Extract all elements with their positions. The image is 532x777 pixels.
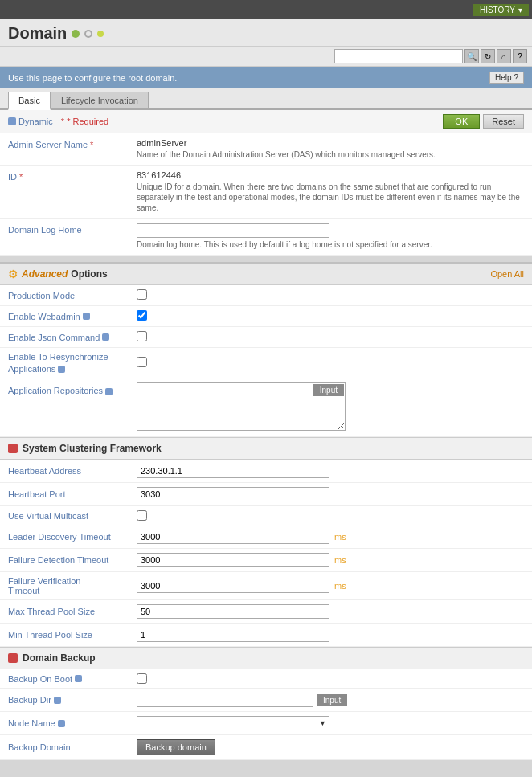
- domain-log-home-input[interactable]: [137, 223, 329, 238]
- tab-lifecycle[interactable]: Lifecycle Invocation: [51, 92, 149, 108]
- app-repos-dyn-icon: [105, 388, 113, 395]
- min-thread-pool-label: Min Thread Pool Size: [8, 630, 137, 640]
- backup-dir-input[interactable]: [137, 693, 313, 707]
- json-dyn-icon: [102, 333, 109, 341]
- heartbeat-address-row: Heartbeat Address: [0, 460, 532, 483]
- failure-detection-row: Failure Detection Timeout ms: [0, 549, 532, 572]
- virtual-multicast-checkbox[interactable]: [137, 510, 147, 521]
- app-repos-input-button[interactable]: Input: [313, 384, 344, 396]
- ok-button[interactable]: OK: [443, 114, 480, 129]
- advanced-section-icon: ⚙: [8, 268, 18, 280]
- tab-basic-label: Basic: [18, 96, 40, 105]
- dynamic-icon: [8, 117, 16, 125]
- tab-lifecycle-label: Lifecycle Invocation: [61, 96, 138, 105]
- toolbar: Dynamic * * Required OK Reset: [0, 110, 532, 133]
- backup-on-boot-value: [137, 673, 524, 684]
- production-mode-label-text: Production Mode: [8, 291, 75, 301]
- open-all-link[interactable]: Open All: [490, 269, 524, 279]
- backup-on-boot-label-text: Backup On Boot: [8, 674, 72, 684]
- heartbeat-port-input[interactable]: [137, 487, 329, 501]
- backup-domain-row: Backup Domain Backup domain: [0, 735, 532, 760]
- home-button[interactable]: ⌂: [497, 49, 511, 63]
- enable-resync-row: Enable To Resynchronize Applications: [0, 348, 532, 378]
- domain-log-home-label-text: Domain Log Home: [8, 225, 82, 235]
- admin-star: *: [90, 140, 93, 149]
- history-button[interactable]: HISTORY ▾: [473, 4, 529, 16]
- production-mode-value: [137, 289, 524, 301]
- leader-discovery-row: Leader Discovery Timeout ms: [0, 525, 532, 549]
- backup-dir-dyn-icon: [54, 697, 61, 704]
- tab-basic[interactable]: Basic: [8, 92, 51, 110]
- node-name-select[interactable]: [137, 716, 329, 730]
- leader-discovery-value: ms: [137, 530, 524, 544]
- min-thread-pool-value: [137, 628, 524, 642]
- production-mode-checkbox[interactable]: [137, 289, 147, 300]
- domain-log-home-value: Domain log home. This is used by default…: [137, 223, 524, 250]
- id-value: 831612446 Unique ID for a domain. When t…: [137, 170, 524, 213]
- backup-on-boot-checkbox[interactable]: [137, 673, 147, 684]
- failure-verification-unit: ms: [334, 581, 346, 591]
- max-thread-pool-input[interactable]: [137, 604, 329, 619]
- admin-server-label-text: Admin Server Name: [8, 140, 88, 149]
- dynamic-text: Dynamic: [18, 117, 53, 126]
- leader-discovery-input[interactable]: [137, 530, 329, 544]
- id-text: 831612446: [137, 170, 524, 180]
- enable-json-value: [137, 331, 524, 343]
- reset-button[interactable]: Reset: [483, 114, 524, 129]
- advanced-italic: Advanced: [22, 268, 68, 280]
- toolbar-left: Dynamic * * Required: [8, 117, 108, 126]
- node-name-select-container: ▼: [137, 716, 329, 730]
- domain-header: Domain: [0, 19, 532, 47]
- heartbeat-port-row: Heartbeat Port: [0, 483, 532, 506]
- advanced-section-header: ⚙ Advanced Options Open All: [0, 262, 532, 285]
- dot-outline-icon: [84, 30, 92, 38]
- id-desc: Unique ID for a domain. When there are t…: [137, 182, 524, 213]
- backup-dir-value: Input: [137, 693, 524, 707]
- failure-detection-input[interactable]: [137, 553, 329, 567]
- heartbeat-address-label: Heartbeat Address: [8, 466, 137, 476]
- dynamic-indicator: Dynamic: [8, 117, 53, 126]
- min-thread-pool-input[interactable]: [137, 628, 329, 642]
- backup-domain-button[interactable]: Backup domain: [137, 739, 215, 755]
- enable-webadmin-checkbox[interactable]: [137, 310, 147, 321]
- search-input[interactable]: [334, 49, 463, 63]
- history-arrow: ▾: [518, 6, 522, 14]
- heartbeat-address-value: [137, 464, 524, 478]
- enable-resync-checkbox[interactable]: [137, 357, 147, 367]
- help-button[interactable]: Help ?: [489, 72, 524, 84]
- backup-on-boot-label: Backup On Boot: [8, 674, 137, 684]
- domain-log-home-desc: Domain log home. This is used by default…: [137, 239, 524, 250]
- dot-green-icon: [72, 30, 80, 38]
- admin-server-label: Admin Server Name *: [8, 138, 137, 149]
- backup-content: Backup On Boot Backup Dir Input Node Nam…: [0, 669, 532, 760]
- backup-dir-row: Backup Dir Input: [0, 689, 532, 712]
- max-thread-pool-value: [137, 604, 524, 619]
- enable-json-checkbox[interactable]: [137, 331, 147, 341]
- enable-resync-label: Enable To Resynchronize Applications: [8, 352, 137, 374]
- enable-webadmin-value: [137, 310, 524, 322]
- failure-verification-input[interactable]: [137, 579, 329, 593]
- search-button[interactable]: 🔍: [464, 49, 479, 63]
- heartbeat-address-input[interactable]: [137, 464, 329, 478]
- required-indicator: * * Required: [61, 117, 108, 126]
- failure-detection-unit: ms: [334, 555, 346, 565]
- app-repos-label: Application Repositories: [8, 382, 137, 395]
- advanced-title: ⚙ Advanced Options: [8, 268, 108, 280]
- clustering-content: Heartbeat Address Heartbeat Port Use Vir…: [0, 460, 532, 647]
- backup-dir-label: Backup Dir: [8, 695, 137, 705]
- enable-resync-label-text2: Applications: [8, 364, 55, 374]
- info-text: Use this page to configure the root doma…: [8, 73, 177, 83]
- clustering-title: System Clustering Framework: [23, 443, 162, 454]
- failure-verification-label: Failure Verification Timeout: [8, 576, 137, 595]
- help-label: Help: [495, 73, 512, 82]
- admin-server-text: adminServer: [137, 138, 524, 148]
- refresh-button[interactable]: ↻: [481, 49, 495, 63]
- question-button[interactable]: ?: [513, 49, 527, 63]
- leader-discovery-label: Leader Discovery Timeout: [8, 532, 137, 542]
- backup-dir-input-button[interactable]: Input: [317, 694, 347, 706]
- form-content: Admin Server Name * adminServer Name of …: [0, 133, 532, 256]
- advanced-bold: Options: [71, 268, 107, 280]
- leader-discovery-unit: ms: [334, 532, 346, 542]
- node-name-row: Node Name ▼: [0, 712, 532, 735]
- node-name-label-text: Node Name: [8, 718, 55, 728]
